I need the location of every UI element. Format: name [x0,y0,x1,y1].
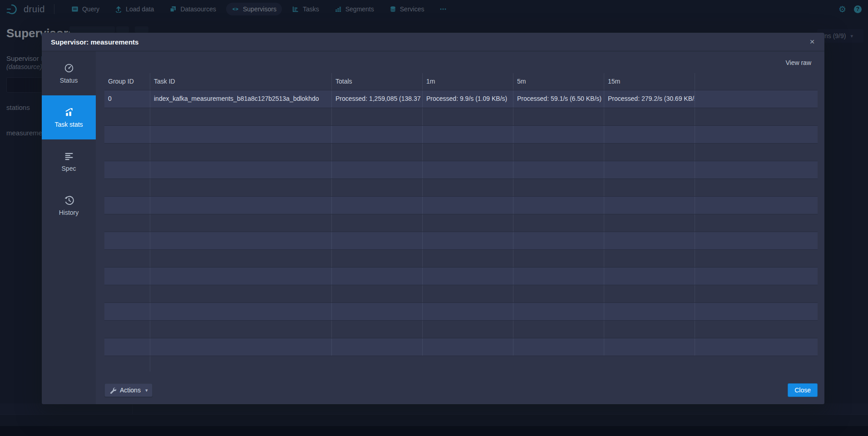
table-cell: 15m [604,73,695,90]
table-row [104,232,818,250]
table-cell [332,108,423,125]
table-row [104,108,818,126]
tab-spec[interactable]: Spec [42,139,96,183]
table-cell [423,108,513,125]
tab-history[interactable]: History [42,183,96,228]
dialog-body: View raw Group IDTask IDTotals1m5m15m0in… [96,51,824,404]
table-cell [104,303,150,320]
table-cell [604,250,695,267]
table-cell [695,161,818,178]
close-button[interactable]: Close [788,383,818,397]
table-cell [423,197,513,214]
table-cell [423,250,513,267]
table-cell [604,179,695,196]
table-cell [104,285,150,302]
table-cell [513,197,604,214]
table-cell [513,303,604,320]
table-cell [104,214,150,232]
table-cell [150,161,332,178]
table-cell [604,214,695,232]
table-cell [332,214,423,232]
table-cell [695,90,818,108]
table-cell [513,321,604,338]
dialog-header: Supervisor: measurements × [42,33,824,51]
table-cell [150,144,332,161]
table-row [104,321,818,338]
spec-icon [64,151,74,161]
table-cell [332,232,423,249]
table-cell [150,197,332,214]
table-cell: index_kafka_measurements_b81a8c127b2513a… [150,90,332,108]
table-cell [150,179,332,196]
close-button-label: Close [794,386,811,394]
supervisor-dialog: Supervisor: measurements × StatusTask st… [42,33,824,404]
table-cell [104,268,150,285]
table-cell [695,268,818,285]
table-cell [513,214,604,232]
table-cell [604,108,695,125]
table-cell [513,108,604,125]
table-cell [604,232,695,249]
task-stats-icon [64,107,74,117]
table-cell [604,268,695,285]
table-cell [695,214,818,232]
table-cell [695,338,818,356]
table-cell [423,161,513,178]
table-cell [423,126,513,143]
table-partial-row [104,356,818,372]
table-cell [513,144,604,161]
table-cell [104,144,150,161]
tab-status[interactable]: Status [42,51,96,95]
table-cell [332,250,423,267]
table-cell [423,303,513,320]
table-cell [695,285,818,302]
actions-button[interactable]: Actions ▾ [104,383,153,397]
table-cell [513,250,604,267]
table-cell [604,321,695,338]
table-row [104,144,818,161]
tab-task-stats[interactable]: Task stats [42,95,96,139]
chevron-down-icon: ▾ [145,387,148,393]
tab-label: History [59,209,79,216]
table-cell [104,232,150,249]
table-cell: Totals [332,73,423,90]
table-cell [332,303,423,320]
table-cell: 0 [104,90,150,108]
table-cell: Processed: 59.1/s (6.50 KB/s) [513,90,604,108]
dialog-sidebar: StatusTask statsSpecHistory [42,51,96,404]
table-cell [695,303,818,320]
wrench-icon [109,387,116,394]
table-cell [104,356,150,372]
table-cell [423,285,513,302]
table-cell [104,126,150,143]
history-icon [64,195,74,205]
table-cell [513,232,604,249]
table-cell [104,321,150,338]
table-cell [513,179,604,196]
table-cell [695,126,818,143]
table-cell [104,197,150,214]
tab-label: Status [60,77,78,84]
table-row [104,285,818,303]
table-cell [150,268,332,285]
table-cell [423,214,513,232]
table-cell: Processed: 279.2/s (30.69 KB/s) [604,90,695,108]
tab-label: Task stats [54,121,83,128]
close-icon[interactable]: × [806,36,818,48]
table-cell [695,250,818,267]
table-cell [513,285,604,302]
table-cell [104,161,150,178]
table-cell [150,338,332,356]
table-cell [150,356,818,372]
view-raw-link[interactable]: View raw [785,59,811,66]
table-cell [423,268,513,285]
table-cell [150,108,332,125]
table-cell [423,179,513,196]
table-cell: 1m [423,73,513,90]
table-cell [150,250,332,267]
table-cell [604,197,695,214]
table-row [104,161,818,179]
table-cell [332,197,423,214]
table-row [104,303,818,321]
table-cell [604,338,695,356]
